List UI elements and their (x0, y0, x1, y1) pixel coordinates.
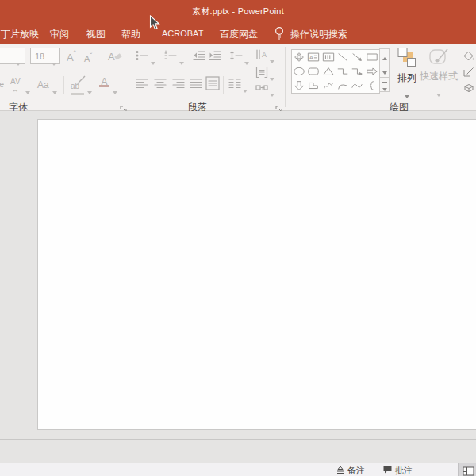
grow-font-button[interactable]: Aˆ (67, 49, 76, 64)
shape-corner-icon[interactable] (307, 80, 320, 91)
change-case-button[interactable]: Aa (37, 79, 49, 90)
font-size-value: 18 (35, 52, 44, 61)
shape-outline-icon (463, 67, 474, 78)
clear-formatting-button[interactable]: A (108, 49, 115, 63)
align-text-button[interactable] (255, 66, 268, 82)
comments-icon (382, 465, 393, 474)
quick-styles-button[interactable]: 快速样式 (419, 48, 459, 100)
mouse-cursor (149, 15, 160, 31)
increase-indent-button[interactable] (209, 49, 221, 65)
title-bar: 素材.pptx - PowerPoint (0, 0, 476, 22)
small-divider (63, 76, 64, 94)
tab-help[interactable]: 帮助 (121, 28, 140, 41)
columns-dropdown-arrow[interactable] (243, 82, 248, 96)
notes-pane-splitter[interactable] (0, 439, 476, 440)
distribute-text-button[interactable] (205, 76, 220, 94)
notes-icon (336, 466, 345, 474)
gallery-scroll-up-button[interactable] (379, 48, 390, 63)
svg-text:A: A (310, 55, 314, 61)
small-divider (102, 48, 102, 66)
slide-canvas[interactable] (37, 119, 476, 430)
powerpoint-window: 素材.pptx - PowerPoint 丁片放映 审阅 视图 帮助 ACROB… (0, 0, 476, 476)
font-color-button[interactable]: A (99, 78, 109, 87)
shape-down-arrow-icon[interactable] (293, 80, 305, 91)
window-title: 素材.pptx - PowerPoint (0, 6, 476, 17)
editing-workspace (0, 111, 476, 463)
tab-slideshow[interactable]: 丁片放映 (1, 28, 39, 41)
shape-elbow-connector-icon[interactable] (336, 66, 349, 77)
normal-view-button[interactable] (458, 463, 476, 476)
shape-fill-button[interactable]: 形状填充 (463, 49, 476, 63)
bullets-button[interactable] (136, 49, 148, 65)
arrange-button[interactable]: 排列 (393, 48, 421, 102)
shape-effects-button[interactable]: 形状效果 (463, 81, 476, 95)
group-divider (132, 47, 132, 107)
tab-acrobat[interactable]: ACROBAT (162, 29, 203, 38)
eraser-icon (114, 53, 121, 60)
font-name-combobox[interactable] (0, 48, 25, 64)
shape-elbow-arrow-connector-icon[interactable] (351, 66, 363, 77)
arrange-icon (397, 48, 416, 68)
shape-scribble-icon[interactable] (322, 80, 335, 91)
group-divider (285, 47, 286, 107)
tell-me-search[interactable]: 操作说明搜索 (290, 28, 347, 41)
text-highlight-button[interactable]: ab (71, 78, 84, 95)
strikethrough-button[interactable]: abc (0, 79, 4, 89)
shape-effects-icon (463, 83, 474, 94)
gallery-more-button[interactable] (379, 77, 390, 92)
shape-rounded-rectangle-icon[interactable] (307, 66, 320, 77)
notes-toggle-button[interactable]: 备注 (336, 465, 365, 476)
shapes-gallery[interactable]: A (291, 49, 380, 94)
shape-curve-icon[interactable] (351, 80, 363, 91)
align-right-button[interactable] (172, 77, 185, 93)
text-direction-button[interactable]: A (255, 48, 268, 64)
columns-button[interactable] (228, 77, 241, 93)
shape-outline-button[interactable]: 形状轮廓 (463, 65, 476, 79)
align-text-dropdown-arrow[interactable] (270, 70, 274, 84)
smartart-dropdown-arrow[interactable] (270, 86, 274, 100)
normal-view-icon (463, 466, 474, 476)
shape-triangle-icon[interactable] (322, 66, 335, 77)
shape-vertical-placeholder-icon[interactable] (322, 52, 335, 63)
font-size-combobox[interactable]: 18 (30, 48, 60, 64)
shape-line-icon[interactable] (336, 52, 349, 63)
shape-fill-icon (463, 51, 474, 62)
shape-right-arrow-icon[interactable] (366, 66, 378, 77)
spacing-dropdown-arrow[interactable] (25, 83, 30, 98)
convert-smartart-button[interactable] (255, 82, 268, 98)
case-dropdown-arrow[interactable] (52, 83, 57, 98)
numbering-dropdown-arrow[interactable] (179, 54, 184, 68)
lightbulb-icon (274, 26, 285, 43)
shape-placeholder-icon[interactable]: A (307, 52, 320, 63)
tab-baidu-netdisk[interactable]: 百度网盘 (220, 28, 258, 41)
gallery-scroll-down-button[interactable] (379, 63, 390, 78)
comments-toggle-button[interactable]: 批注 (382, 465, 413, 476)
shape-left-brace-icon[interactable] (366, 80, 378, 91)
numbering-button[interactable] (164, 49, 177, 65)
bullets-dropdown-arrow[interactable] (151, 54, 155, 68)
tab-view[interactable]: 视图 (86, 28, 106, 41)
shape-nav-arrows-icon[interactable] (293, 52, 305, 63)
shape-arc-icon[interactable] (336, 80, 349, 91)
character-spacing-button[interactable]: AV ↔ (10, 77, 21, 93)
shrink-font-button[interactable]: Aˇ (84, 51, 92, 65)
svg-text:A: A (262, 51, 267, 59)
text-direction-dropdown-arrow[interactable] (270, 52, 274, 67)
tab-review[interactable]: 审阅 (50, 28, 69, 41)
align-left-button[interactable] (136, 77, 148, 93)
shape-rectangle-icon[interactable] (366, 52, 378, 63)
quick-styles-icon (428, 48, 449, 67)
line-spacing-dropdown-arrow[interactable] (244, 54, 249, 68)
shapes-gallery-scrollbar[interactable] (379, 49, 390, 94)
status-bar: 备注 批注 (0, 463, 476, 476)
shape-oval-icon[interactable] (293, 66, 305, 77)
decrease-indent-button[interactable] (193, 49, 205, 65)
align-center-button[interactable] (154, 77, 167, 93)
font-color-dropdown-arrow[interactable] (113, 83, 117, 98)
highlight-color-bar (71, 93, 84, 95)
line-spacing-button[interactable] (230, 49, 243, 65)
shape-arrow-icon[interactable] (351, 52, 363, 63)
small-divider (223, 76, 224, 94)
highlight-dropdown-arrow[interactable] (87, 83, 92, 98)
justify-button[interactable] (190, 77, 202, 93)
